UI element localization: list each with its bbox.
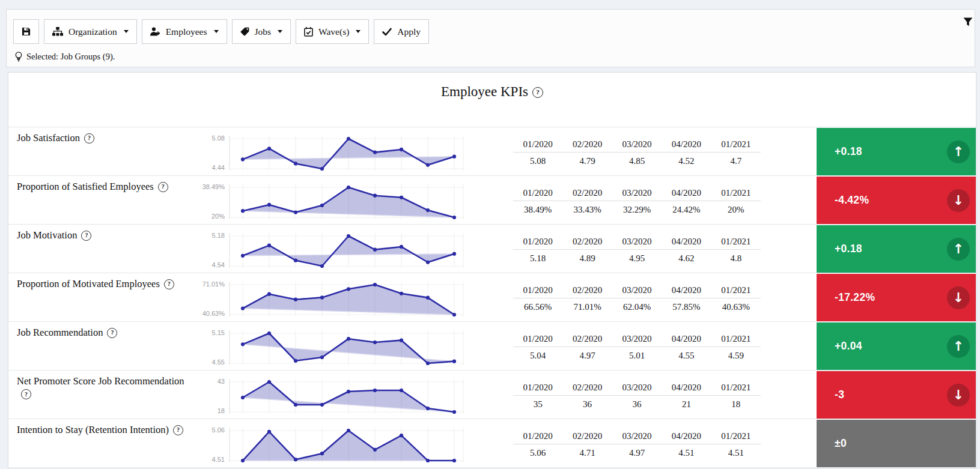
- kpi-label: Intention to Stay (Retention Intention)?: [17, 423, 192, 437]
- wave-table: 01/202002/202003/202004/202001/20215.044…: [513, 331, 761, 365]
- help-icon[interactable]: ?: [84, 133, 94, 144]
- employees-label: Employees: [166, 26, 207, 37]
- wave-header-cell: 01/2021: [711, 136, 761, 152]
- chevron-down-icon: [356, 30, 361, 33]
- sparkline-min-tick: 20%: [172, 213, 225, 220]
- wave-table: 01/202002/202003/202004/202001/202138.49…: [513, 185, 761, 219]
- kpi-row: Net Promoter Score Job Recommendation ? …: [8, 370, 976, 419]
- wave-table: 01/202002/202003/202004/202001/20215.084…: [513, 136, 761, 170]
- chevron-down-icon: [278, 30, 282, 33]
- sparkline-max-tick: 5.18: [172, 232, 225, 239]
- wave-value-cell: 4.79: [562, 153, 612, 170]
- wave-value-cell: 4.8: [711, 250, 761, 267]
- wave-value-cell: 18: [711, 396, 761, 413]
- kpi-change-value: +0.18: [835, 243, 862, 255]
- kpi-label-text: Proportion of Satisfied Employees: [17, 181, 154, 192]
- wave-header-cell: 01/2020: [513, 331, 562, 346]
- kpi-label: Job Recommendation?: [17, 326, 192, 339]
- selection-note: Selected: Job Groups (9).: [15, 52, 115, 62]
- wave-value-cell: 4.59: [711, 347, 761, 365]
- help-icon[interactable]: ?: [158, 182, 168, 192]
- wave-value-cell: 4.62: [662, 250, 711, 267]
- wave-value-cell: 24.42%: [662, 201, 711, 219]
- waves-dropdown[interactable]: Wave(s): [296, 19, 369, 44]
- wave-value-cell: 4.52: [662, 153, 711, 170]
- wave-value-cell: 4.71: [562, 444, 612, 462]
- kpi-change-value: -3: [835, 389, 844, 401]
- kpi-label-text: Proportion of Motivated Employees: [17, 278, 160, 289]
- wave-table: 01/202002/202003/202004/202001/20215.184…: [513, 234, 761, 267]
- help-icon[interactable]: ?: [21, 389, 31, 399]
- wave-value-cell: 4.55: [662, 347, 711, 365]
- kpi-label-text: Job Recommendation: [17, 327, 103, 338]
- kpi-change-value: +0.18: [835, 145, 862, 158]
- chevron-down-icon: [214, 30, 219, 33]
- wave-header-cell: 01/2020: [513, 234, 562, 249]
- sparkline-max-tick: 5.15: [172, 329, 225, 336]
- kpi-row: Job Satisfaction? 5.08 4.44 01/202002/20…: [8, 127, 976, 176]
- help-icon[interactable]: ?: [532, 87, 543, 98]
- kpi-row: Intention to Stay (Retention Intention)?…: [8, 419, 976, 468]
- wave-value-cell: 21: [662, 396, 711, 413]
- wave-header-cell: 04/2020: [662, 234, 711, 249]
- apply-button[interactable]: Apply: [374, 19, 429, 44]
- kpi-sparkline: [229, 329, 468, 368]
- wave-header-cell: 03/2020: [612, 185, 662, 201]
- help-icon[interactable]: ?: [107, 328, 117, 338]
- wave-value-cell: 33.43%: [562, 201, 612, 219]
- wave-value-cell: 4.51: [662, 444, 711, 462]
- wave-header-cell: 03/2020: [612, 428, 662, 444]
- employees-dropdown[interactable]: Employees: [142, 19, 227, 44]
- calendar-check-icon: [304, 27, 313, 37]
- filter-icon[interactable]: [963, 17, 973, 27]
- kpi-label: Proportion of Satisfied Employees?: [17, 180, 192, 193]
- arrow-down-circle-icon: ↓: [947, 286, 970, 309]
- wave-value-cell: 35: [513, 396, 562, 413]
- wave-header-cell: 01/2021: [711, 185, 761, 201]
- wave-header-cell: 03/2020: [612, 282, 662, 298]
- wave-value-cell: 66.56%: [513, 298, 562, 316]
- kpi-sparkline: [229, 232, 468, 270]
- wave-value-cell: 20%: [711, 201, 761, 219]
- lightbulb-icon: [15, 52, 22, 62]
- kpi-change-badge: +0.18↑: [817, 225, 976, 273]
- kpi-sparkline: [229, 183, 468, 222]
- sparkline-min-tick: 4.51: [172, 456, 225, 463]
- wave-header-cell: 01/2021: [711, 428, 761, 444]
- save-icon: [22, 27, 31, 36]
- jobs-dropdown[interactable]: Jobs: [232, 19, 291, 44]
- sparkline-max-tick: 71.01%: [172, 280, 225, 288]
- kpi-sparkline: [229, 280, 468, 319]
- wave-header-cell: 04/2020: [662, 380, 711, 395]
- save-button[interactable]: [13, 19, 39, 44]
- sparkline-max-tick: 5.06: [172, 426, 225, 434]
- sparkline-min-tick: 4.54: [172, 261, 225, 268]
- kpi-row: Job Motivation? 5.18 4.54 01/202002/2020…: [8, 224, 976, 273]
- wave-value-cell: 5.01: [612, 347, 662, 365]
- kpi-sparkline: [229, 135, 468, 173]
- wave-value-cell: 4.89: [562, 250, 612, 267]
- arrow-up-circle-icon: ↑: [947, 335, 970, 358]
- help-icon[interactable]: ?: [81, 231, 91, 241]
- kpi-sparkline: [229, 426, 468, 465]
- wave-value-cell: 4.97: [562, 347, 612, 365]
- kpi-row: Proportion of Satisfied Employees? 38.49…: [8, 175, 976, 225]
- kpi-change-value: +0.04: [835, 340, 862, 353]
- wave-value-cell: 4.7: [711, 153, 761, 170]
- kpi-row: Job Recommendation? 5.15 4.55 01/202002/…: [8, 321, 976, 371]
- wave-value-cell: 4.85: [612, 153, 662, 170]
- sparkline-min-tick: 4.44: [172, 164, 225, 171]
- wave-table: 01/202002/202003/202004/202001/20215.064…: [513, 428, 761, 462]
- kpi-panel: Employee KPIs? Job Satisfaction? 5.08 4.…: [8, 72, 976, 469]
- wave-header-cell: 02/2020: [562, 234, 612, 249]
- kpi-change-value: -17.22%: [835, 291, 875, 304]
- organization-dropdown[interactable]: Organization: [44, 19, 137, 44]
- arrow-down-circle-icon: ↓: [947, 384, 970, 407]
- kpi-change-badge: -3↓: [817, 371, 976, 419]
- kpi-change-badge: +0.04↑: [817, 322, 976, 370]
- wave-header-cell: 03/2020: [612, 380, 662, 395]
- wave-value-cell: 71.01%: [562, 298, 612, 316]
- kpi-label-text: Job Satisfaction: [17, 132, 80, 144]
- wave-value-cell: 5.04: [513, 347, 562, 365]
- wave-header-cell: 02/2020: [562, 282, 612, 298]
